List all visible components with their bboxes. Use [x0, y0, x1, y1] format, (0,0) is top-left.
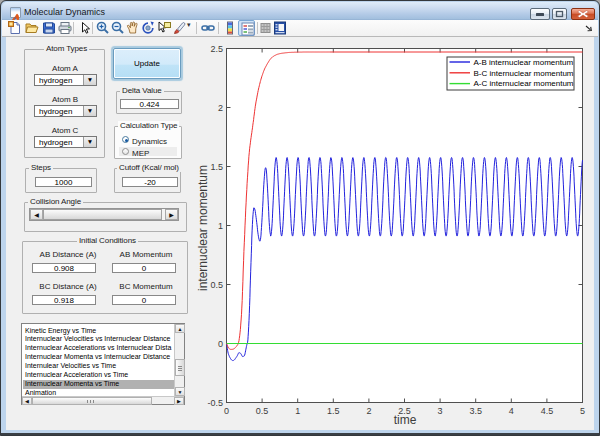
svg-text:B-C internuclear momentum: B-C internuclear momentum: [474, 69, 574, 78]
svg-text:time: time: [394, 413, 417, 427]
svg-text:0: 0: [218, 339, 223, 349]
svg-text:0: 0: [224, 406, 229, 416]
svg-text:0.5: 0.5: [256, 406, 269, 416]
svg-text:internuclear momentum: internuclear momentum: [196, 165, 210, 291]
svg-text:4: 4: [509, 406, 514, 416]
svg-text:2: 2: [366, 406, 371, 416]
svg-text:A-C internuclear momentum: A-C internuclear momentum: [474, 79, 574, 88]
svg-text:4.5: 4.5: [541, 406, 554, 416]
svg-text:1.5: 1.5: [210, 162, 223, 172]
svg-text:1: 1: [218, 221, 223, 231]
svg-text:3: 3: [438, 406, 443, 416]
svg-text:2.5: 2.5: [210, 44, 223, 54]
svg-text:-0.5: -0.5: [207, 398, 223, 408]
svg-text:0.5: 0.5: [210, 280, 223, 290]
svg-text:2: 2: [218, 103, 223, 113]
svg-text:1.5: 1.5: [327, 406, 340, 416]
svg-text:3.5: 3.5: [469, 406, 482, 416]
svg-text:5: 5: [580, 406, 585, 416]
svg-text:A-B internuclear momentum: A-B internuclear momentum: [474, 58, 574, 67]
svg-text:1: 1: [295, 406, 300, 416]
